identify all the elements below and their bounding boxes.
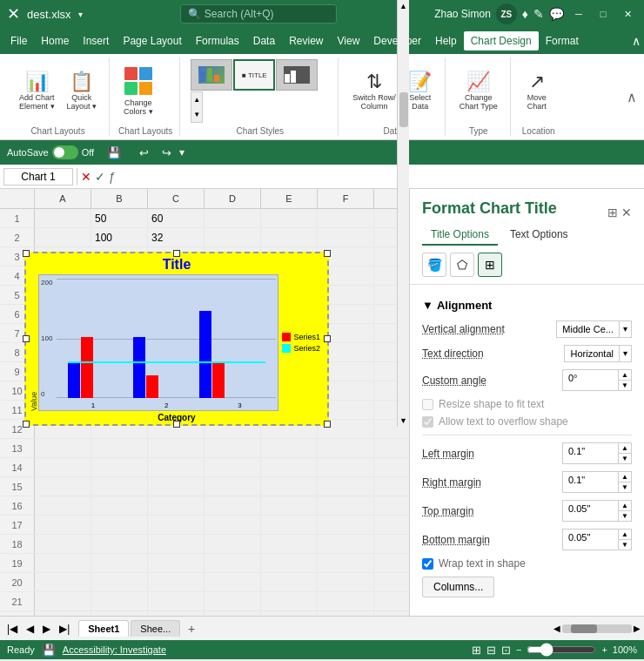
view-page-break-icon[interactable]: ⊡ [501, 644, 511, 657]
text-direction-dropdown-icon[interactable]: ▾ [619, 346, 631, 361]
resize-handle-right[interactable] [324, 335, 331, 342]
cell[interactable] [91, 516, 148, 534]
cell[interactable] [148, 477, 205, 496]
cell[interactable] [91, 458, 148, 476]
left-margin-down-icon[interactable]: ▼ [619, 454, 631, 463]
scroll-up-button[interactable]: ▲ [398, 0, 410, 12]
confirm-formula-icon[interactable]: ✓ [95, 170, 105, 184]
cell[interactable] [261, 209, 318, 227]
cell[interactable] [35, 554, 91, 572]
menu-formulas[interactable]: Formulas [189, 31, 246, 51]
sheet-tab-sheet2[interactable]: Shee... [131, 620, 180, 637]
sheet-nav-prev-icon[interactable]: ◀ [23, 621, 37, 637]
overflow-text-checkbox[interactable] [422, 416, 433, 428]
move-chart-button[interactable]: ↗ MoveChart [520, 67, 554, 116]
custom-angle-up-icon[interactable]: ▲ [619, 370, 631, 381]
cell[interactable] [148, 592, 205, 610]
cell[interactable] [261, 458, 318, 476]
tab-text-options[interactable]: Text Options [501, 225, 577, 246]
cell[interactable] [205, 458, 261, 476]
hscroll-thumb[interactable] [571, 624, 597, 633]
menu-view[interactable]: View [331, 31, 367, 51]
resize-shape-checkbox[interactable] [422, 399, 433, 410]
bottom-margin-down-icon[interactable]: ▼ [619, 540, 631, 550]
cell[interactable] [35, 439, 91, 457]
search-input[interactable] [205, 8, 318, 20]
custom-angle-down-icon[interactable]: ▼ [619, 381, 631, 390]
sheet-nav-first-icon[interactable]: |◀ [3, 621, 21, 637]
cell[interactable]: 50 [91, 209, 148, 227]
view-normal-icon[interactable]: ⊞ [472, 644, 481, 657]
top-margin-up-icon[interactable]: ▲ [619, 501, 631, 511]
view-page-layout-icon[interactable]: ⊟ [486, 644, 496, 657]
chart-style-2[interactable]: ■ TITLE [233, 59, 275, 91]
change-chart-type-button[interactable]: 📈 ChangeChart Type [454, 67, 503, 116]
cell[interactable] [148, 573, 205, 591]
sheet-nav-last-icon[interactable]: ▶| [56, 621, 73, 637]
cell[interactable] [205, 516, 261, 534]
cell[interactable] [91, 554, 148, 572]
cell[interactable] [205, 535, 261, 553]
cell[interactable] [35, 516, 91, 534]
cell[interactable] [35, 458, 91, 476]
cell[interactable] [91, 573, 148, 591]
menu-review[interactable]: Review [282, 31, 330, 51]
top-margin-down-icon[interactable]: ▼ [619, 511, 631, 521]
cell[interactable] [318, 611, 374, 616]
sheet-nav-next-icon[interactable]: ▶ [39, 621, 54, 637]
cell[interactable] [318, 209, 374, 227]
cell[interactable] [261, 535, 318, 553]
cell[interactable] [318, 573, 374, 591]
comments-icon[interactable]: 💬 [549, 7, 564, 21]
cell[interactable] [205, 228, 261, 246]
sheet-tab-sheet1[interactable]: Sheet1 [78, 620, 129, 637]
cell[interactable] [91, 535, 148, 553]
cell[interactable] [318, 439, 374, 457]
cell[interactable] [205, 554, 261, 572]
zoom-slider[interactable] [527, 643, 596, 657]
minimize-button[interactable]: ─ [569, 4, 588, 24]
menu-data[interactable]: Data [246, 31, 282, 51]
cell[interactable] [318, 458, 374, 476]
hscroll-right-icon[interactable]: ▶ [634, 624, 641, 633]
cell[interactable] [318, 516, 374, 534]
chart-container[interactable]: Title Value [24, 252, 329, 426]
cell[interactable] [91, 477, 148, 496]
ribbon-collapse-btn[interactable]: ∧ [627, 57, 637, 136]
cell[interactable] [261, 554, 318, 572]
autosave-toggle[interactable] [52, 145, 78, 159]
cell[interactable] [205, 439, 261, 457]
cell[interactable] [35, 611, 91, 616]
cell[interactable] [205, 573, 261, 591]
vertical-scrollbar[interactable]: ▲ ▼ [397, 0, 409, 427]
cell[interactable] [35, 535, 91, 553]
cell[interactable] [148, 516, 205, 534]
add-chart-element-button[interactable]: 📊 Add ChartElement ▾ [14, 67, 60, 116]
cell[interactable] [318, 554, 374, 572]
resize-handle-br[interactable] [324, 421, 331, 428]
zoom-in-icon[interactable]: + [601, 644, 607, 655]
cell[interactable] [205, 209, 261, 227]
bottom-margin-up-icon[interactable]: ▲ [619, 529, 631, 540]
cell[interactable] [205, 477, 261, 496]
name-box[interactable] [3, 168, 73, 185]
cell[interactable] [261, 228, 318, 246]
cell[interactable] [261, 439, 318, 457]
panel-size-icon-btn[interactable]: ⊞ [478, 253, 502, 277]
cell[interactable] [261, 611, 318, 616]
change-colors-button[interactable]: ChangeColors ▾ [118, 64, 158, 119]
vertical-alignment-dropdown-icon[interactable]: ▾ [619, 321, 631, 337]
menu-page-layout[interactable]: Page Layout [116, 31, 188, 51]
resize-handle-bottom[interactable] [173, 421, 180, 428]
cell[interactable] [35, 573, 91, 591]
redo-button[interactable]: ↪ [157, 143, 176, 162]
text-direction-control[interactable]: Horizontal ▾ [564, 345, 632, 362]
right-margin-up-icon[interactable]: ▲ [619, 472, 631, 482]
panel-close-icon[interactable]: ✕ [621, 206, 632, 219]
wrap-text-checkbox[interactable] [422, 558, 433, 570]
chart-styles-scroll[interactable]: ▲ ▼ [191, 91, 203, 123]
share-icon[interactable]: ✎ [533, 7, 544, 21]
columns-button[interactable]: Columns... [422, 577, 494, 597]
resize-handle-tr[interactable] [324, 250, 331, 257]
menu-chart-design[interactable]: Chart Design [464, 31, 539, 51]
